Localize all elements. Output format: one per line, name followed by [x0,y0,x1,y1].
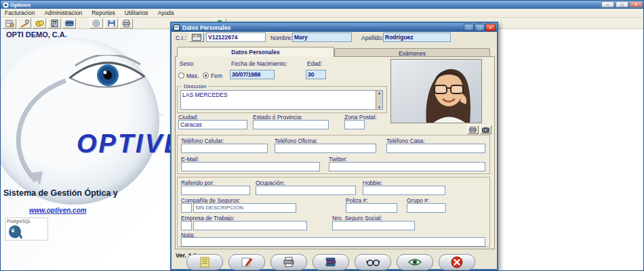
datos-personales-dialog: Datos Personales ─ ▢ ✕ C.I.: V12122674 N… [170,22,498,270]
dialog-maximize-button[interactable]: ▢ [475,24,485,31]
archive-icon [325,257,337,268]
masculino-label: Mas. [186,72,199,79]
edit-button[interactable] [228,254,265,270]
print-button[interactable] [270,254,307,270]
archive-button[interactable] [313,254,349,270]
edit-icon [241,257,253,268]
minimize-button[interactable]: ─ [601,1,614,7]
ocupacion-field[interactable] [256,186,356,195]
dialog-close-button[interactable]: ✕ [485,24,496,31]
menu-facturacion[interactable]: Facturacion [5,9,35,16]
nombre-field[interactable]: Mary [292,33,352,42]
fecha-nacimiento-label: Fecha de Nacimiento: [231,60,287,67]
zona-postal-field[interactable] [344,120,365,129]
scroll-up-icon[interactable]: ▲ [376,91,382,95]
app-icon [3,2,9,8]
radio-femenino[interactable] [203,72,209,79]
calculator-icon[interactable] [47,18,61,28]
seguro-social-field[interactable] [332,221,415,230]
fecha-nacimiento-field[interactable]: 30/07/1986 [230,70,275,79]
ciudad-field[interactable]: Caracas [178,120,247,129]
postgresql-logo: PostgreSQL [5,217,48,241]
empresa-code-field[interactable] [181,221,192,230]
ci-search-button[interactable] [189,33,204,42]
patient-photo [390,59,482,123]
postgresql-label: PostgreSQL [7,219,31,224]
poliza-field[interactable] [346,203,397,213]
telefono-celular-field[interactable] [181,144,268,153]
dialog-icon [174,24,180,30]
tools-icon[interactable] [18,18,31,28]
maximize-button[interactable]: ▢ [616,1,628,7]
scroll-down-icon[interactable]: ▼ [376,105,382,109]
elephant-icon [7,225,24,240]
photo-print-button[interactable] [467,125,479,134]
eye-logo [66,55,148,97]
edad-label: Edad: [307,60,322,67]
dialog-title: Datos Personales [182,24,230,31]
seguros-code-field[interactable] [181,203,192,213]
estado-field[interactable] [253,120,329,129]
femenino-label: Fem [211,72,222,79]
referido-field[interactable] [181,186,250,195]
dialog-titlebar[interactable]: Datos Personales ─ ▢ ✕ [172,23,497,32]
menu-reportes[interactable]: Reportes [92,9,115,16]
swoosh-decoration [1,75,75,190]
telefono-casa-field[interactable] [386,144,485,153]
apellido-label: Apellido: [361,35,384,41]
cancel-button[interactable] [439,254,475,270]
apellido-field[interactable]: Rodriguez [383,33,451,42]
close-button[interactable]: ✕ [630,1,643,7]
card-icon[interactable] [62,18,76,28]
menu-utilitarios[interactable]: Utilitarios [125,9,148,16]
radio-masculino[interactable] [178,72,184,79]
dialog-minimize-button[interactable]: ─ [464,24,474,31]
eye-icon [408,257,422,268]
media-icon[interactable] [89,18,103,28]
empresa-field[interactable] [193,221,307,230]
email-field[interactable] [181,162,320,171]
direccion-field[interactable]: LAS MERCEDES ▲ ▼ [180,90,383,110]
glasses-button[interactable] [355,254,391,270]
application-window: Optiven ─ ▢ ✕ Facturacion Administracion… [0,0,644,271]
dialog-content: C.I.: V12122674 Nombre: Mary Apellido: R… [172,32,497,269]
menu-ayuda[interactable]: Ayuda [158,9,174,16]
nombre-label: Nombre: [270,35,293,41]
backup-icon[interactable] [104,18,118,28]
website-link[interactable]: www.optiven.com [29,207,87,214]
direccion-scrollbar[interactable]: ▲ ▼ [376,91,382,109]
slogan-text: Sistema de Gestión Óptica y [3,188,118,198]
tab-datos-personales[interactable]: Datos Personales [177,47,334,57]
direccion-label: Dirección [182,83,208,89]
id-card-icon [192,34,201,41]
sexo-label: Sexo: [180,60,195,67]
printer-small-icon [469,127,477,133]
notes-button[interactable] [186,254,223,270]
eye-button[interactable] [397,254,433,270]
telefono-oficina-field[interactable] [275,144,376,153]
menu-administracion[interactable]: Administracion [44,9,82,16]
glasses-icon [366,257,380,268]
cash-icon[interactable] [33,18,46,28]
photo-camera-button[interactable] [480,125,491,134]
twitter-field[interactable] [329,162,485,171]
nota-field[interactable] [181,237,485,247]
menubar: Facturacion Administracion Reportes Util… [1,9,644,18]
grupo-field[interactable] [407,203,446,213]
notes-icon [199,257,211,268]
company-name: OPTI DEMO, C.A. [6,30,67,39]
titlebar[interactable]: Optiven ─ ▢ ✕ [1,1,644,9]
seguros-field[interactable]: SIN DESCRIPCION [193,203,296,213]
print-icon[interactable] [119,18,133,28]
window-title: Optiven [10,2,31,8]
cancel-icon [451,256,463,268]
ci-field[interactable]: V12122674 [206,33,266,42]
invoice-icon[interactable] [3,18,16,28]
camera-icon [482,127,489,133]
hobbie-field[interactable] [363,186,445,195]
edad-field[interactable]: 30 [306,70,326,79]
print-dialog-icon [283,257,295,268]
ci-label: C.I.: [176,35,186,41]
